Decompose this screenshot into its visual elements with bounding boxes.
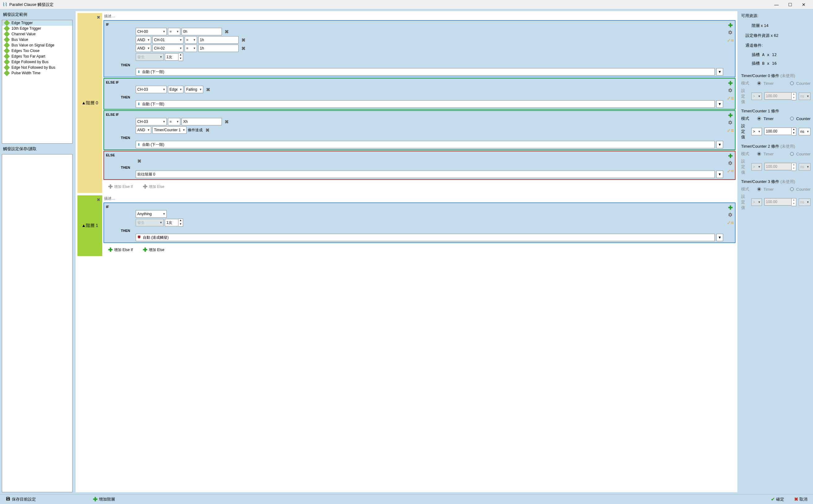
- text-input[interactable]: [165, 219, 178, 226]
- example-item[interactable]: Bus Value: [2, 37, 72, 42]
- check-icon: ✓≡: [727, 128, 734, 133]
- select[interactable]: ns: [799, 128, 811, 135]
- delete-icon[interactable]: ✖: [205, 86, 211, 93]
- example-item[interactable]: Edges Too Far Apart: [2, 54, 72, 59]
- counter-radio[interactable]: [790, 117, 794, 120]
- add-condition-button[interactable]: ✚: [727, 204, 734, 211]
- select[interactable]: Anything: [136, 210, 167, 218]
- add-condition-button[interactable]: ✚: [727, 112, 734, 119]
- saveload-label: 觸發設定保存/讀取: [2, 146, 72, 152]
- delete-icon[interactable]: ✖: [204, 127, 211, 133]
- close-level-icon[interactable]: ✖: [97, 197, 100, 202]
- select[interactable]: CH-00: [136, 28, 167, 35]
- select[interactable]: AND: [136, 126, 151, 134]
- validate-button[interactable]: ✓≡: [727, 127, 734, 134]
- select: ns: [799, 198, 811, 206]
- action-dropdown-button[interactable]: ▼: [716, 234, 723, 241]
- level-handle[interactable]: ✖▲階層 0: [77, 13, 102, 193]
- text-input[interactable]: [181, 118, 222, 125]
- action-dropdown-button[interactable]: ▼: [716, 171, 723, 178]
- action-select[interactable]: ⬇自動 (下一階): [136, 141, 715, 148]
- add-else-button[interactable]: ✚增加 Else: [139, 245, 168, 255]
- tc-title: Timer/Counter 0 條件 (未使用): [741, 73, 811, 79]
- select: 發生: [136, 219, 163, 226]
- diamond-icon: [4, 53, 10, 59]
- spinner[interactable]: ▲▼: [178, 219, 183, 227]
- validate-button[interactable]: ✓≡: [727, 219, 734, 226]
- example-list[interactable]: Edge Trigger10th Edge TriggerChannel Val…: [2, 20, 72, 144]
- timer-radio[interactable]: [757, 117, 761, 120]
- action-select[interactable]: ⬇自動 (下一階): [136, 100, 715, 108]
- delete-icon[interactable]: ✖: [223, 28, 230, 35]
- plus-icon: ✚: [728, 22, 733, 29]
- cancel-button[interactable]: ✖ 取消: [791, 495, 811, 503]
- delete-icon[interactable]: ✖: [240, 37, 247, 43]
- add-condition-button[interactable]: ✚: [727, 22, 734, 29]
- example-item[interactable]: Edge Followed by Bus: [2, 59, 72, 65]
- select[interactable]: =: [185, 36, 197, 44]
- example-item[interactable]: Edges Too Close: [2, 48, 72, 54]
- action-dropdown-button[interactable]: ▼: [716, 68, 723, 76]
- select[interactable]: CH-03: [136, 86, 167, 93]
- level-handle[interactable]: ✖▲階層 1: [77, 195, 102, 256]
- action-select[interactable]: 前往階層 0: [136, 171, 715, 178]
- action-dropdown-button[interactable]: ▼: [716, 100, 723, 108]
- example-item[interactable]: Edge Not Followed by Bus: [2, 65, 72, 70]
- add-condition-button[interactable]: ✚: [727, 80, 734, 87]
- example-item[interactable]: Bus Value on Signal Edge: [2, 42, 72, 48]
- text-input[interactable]: [198, 36, 239, 44]
- maximize-button[interactable]: ☐: [783, 0, 797, 9]
- add-elseif-button[interactable]: ✚增加 Else If: [105, 245, 136, 255]
- text-input[interactable]: [198, 45, 239, 52]
- select[interactable]: =: [168, 28, 180, 35]
- action-select[interactable]: ⬇自動 (下一階): [136, 68, 715, 76]
- validate-button[interactable]: ✓≡: [727, 37, 734, 44]
- validate-button[interactable]: ✓≡: [727, 95, 734, 102]
- close-button[interactable]: ✕: [797, 0, 811, 9]
- example-item[interactable]: Channel Value: [2, 31, 72, 37]
- spinner[interactable]: ▲▼: [178, 53, 183, 61]
- example-item[interactable]: 10th Edge Trigger: [2, 26, 72, 31]
- minimize-button[interactable]: —: [770, 0, 783, 9]
- description-label[interactable]: 描述…: [103, 13, 736, 20]
- select[interactable]: CH-01: [152, 36, 183, 44]
- example-item[interactable]: Edge Trigger: [2, 20, 72, 26]
- saveload-list[interactable]: [2, 154, 72, 492]
- text-input[interactable]: [181, 28, 222, 35]
- select[interactable]: =: [185, 45, 197, 52]
- then-label: THEN: [121, 62, 733, 68]
- tc-value-input[interactable]: [764, 128, 792, 135]
- settings-button[interactable]: [727, 29, 734, 36]
- delete-icon[interactable]: ✖: [240, 45, 247, 52]
- select[interactable]: Timer/Counter 1: [152, 126, 186, 134]
- add-condition-button[interactable]: ✚: [727, 153, 734, 159]
- select[interactable]: Falling: [185, 86, 203, 93]
- example-item[interactable]: Pulse Width Time: [2, 70, 72, 76]
- settings-button[interactable]: [727, 119, 734, 126]
- settings-button[interactable]: [727, 87, 734, 94]
- select[interactable]: CH-03: [136, 118, 167, 125]
- delete-clause-button[interactable]: ✖: [136, 158, 142, 164]
- select[interactable]: AND: [136, 36, 151, 44]
- select: >: [751, 93, 762, 100]
- close-level-icon[interactable]: ✖: [97, 15, 100, 20]
- action-dropdown-button[interactable]: ▼: [716, 141, 723, 148]
- settings-button[interactable]: [727, 160, 734, 167]
- select[interactable]: CH-02: [152, 45, 183, 52]
- ok-button[interactable]: ✔ 確定: [768, 495, 787, 503]
- select[interactable]: AND: [136, 45, 151, 52]
- add-level-button[interactable]: ✚ 增加階層: [90, 495, 118, 504]
- select[interactable]: >: [751, 128, 762, 135]
- validate-button[interactable]: ✓≡: [727, 167, 734, 174]
- description-label[interactable]: 描述…: [103, 195, 736, 202]
- action-select[interactable]: ⛊自動 (達成觸發): [136, 234, 715, 241]
- available-resources-label: 可用資源:: [741, 12, 811, 19]
- text-input[interactable]: [165, 53, 178, 61]
- delete-icon[interactable]: ✖: [223, 118, 230, 125]
- select[interactable]: =: [168, 118, 180, 125]
- save-settings-button[interactable]: 保存目前設定: [2, 495, 39, 503]
- gear-icon: [728, 161, 733, 167]
- settings-button[interactable]: [727, 212, 734, 219]
- spinner[interactable]: ▲▼: [792, 128, 796, 136]
- select[interactable]: Edge: [168, 86, 183, 93]
